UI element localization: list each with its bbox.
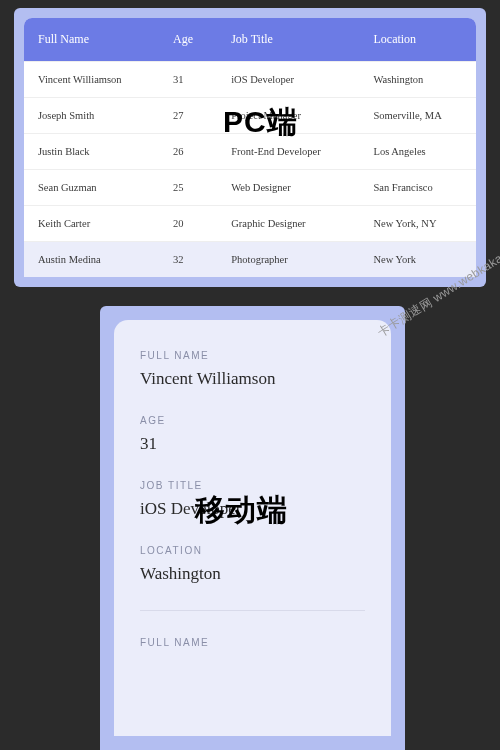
cell-full-name: Keith Carter	[24, 206, 159, 242]
table-row[interactable]: Vincent Williamson 31 iOS Developer Wash…	[24, 62, 476, 98]
cell-age: 26	[159, 134, 217, 170]
cell-full-name: Vincent Williamson	[24, 62, 159, 98]
field-label-age: AGE	[140, 415, 365, 426]
cell-age: 31	[159, 62, 217, 98]
table-row[interactable]: Austin Medina 32 Photographer New York	[24, 242, 476, 278]
cell-age: 20	[159, 206, 217, 242]
cell-age: 27	[159, 98, 217, 134]
col-age[interactable]: Age	[159, 18, 217, 62]
mobile-label: 移动端	[195, 490, 288, 531]
col-location[interactable]: Location	[359, 18, 476, 62]
cell-location: Los Angeles	[359, 134, 476, 170]
cell-location: San Francisco	[359, 170, 476, 206]
field-value-age: 31	[140, 434, 365, 454]
table-row[interactable]: Keith Carter 20 Graphic Designer New Yor…	[24, 206, 476, 242]
field-value-location: Washington	[140, 564, 365, 584]
col-full-name[interactable]: Full Name	[24, 18, 159, 62]
cell-full-name: Justin Black	[24, 134, 159, 170]
col-job-title[interactable]: Job Title	[217, 18, 359, 62]
cell-job-title: iOS Developer	[217, 62, 359, 98]
data-table: Full Name Age Job Title Location Vincent…	[24, 18, 476, 277]
card-divider	[140, 610, 365, 611]
field-label-location: LOCATION	[140, 545, 365, 556]
cell-age: 32	[159, 242, 217, 278]
cell-full-name: Austin Medina	[24, 242, 159, 278]
pc-label: PC端	[223, 102, 298, 143]
cell-job-title: Graphic Designer	[217, 206, 359, 242]
cell-job-title: Web Designer	[217, 170, 359, 206]
table-header-row: Full Name Age Job Title Location	[24, 18, 476, 62]
cell-location: Somerville, MA	[359, 98, 476, 134]
cell-location: New York	[359, 242, 476, 278]
cell-full-name: Sean Guzman	[24, 170, 159, 206]
field-label-full-name: FULL NAME	[140, 350, 365, 361]
field-value-full-name: Vincent Williamson	[140, 369, 365, 389]
cell-location: New York, NY	[359, 206, 476, 242]
cell-location: Washington	[359, 62, 476, 98]
pc-table-panel: Full Name Age Job Title Location Vincent…	[14, 8, 486, 287]
cell-full-name: Joseph Smith	[24, 98, 159, 134]
table-row[interactable]: Sean Guzman 25 Web Designer San Francisc…	[24, 170, 476, 206]
field-label-full-name-next: FULL NAME	[140, 637, 365, 648]
cell-job-title: Photographer	[217, 242, 359, 278]
cell-age: 25	[159, 170, 217, 206]
